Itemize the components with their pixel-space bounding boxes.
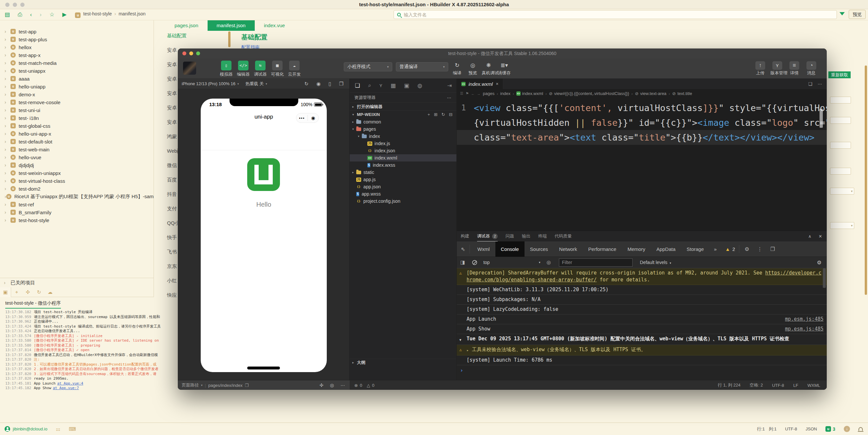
context-dropdown[interactable]: top▾ xyxy=(480,258,543,267)
close-icon[interactable] xyxy=(5,3,9,7)
save-icon[interactable]: ⎙ xyxy=(18,11,22,18)
maximize-icon[interactable] xyxy=(196,52,200,55)
close-target-icon[interactable]: ◉ xyxy=(308,115,319,120)
device-frame-icon[interactable]: ▯ xyxy=(329,81,331,87)
manifest-nav-item[interactable]: 安卓 xyxy=(167,76,177,82)
search-icon[interactable]: ⌕ xyxy=(368,82,371,89)
file-tree-item[interactable]: ▸static xyxy=(350,169,457,176)
devtools-tab-wxml[interactable]: Wxml xyxy=(472,241,495,257)
message-link[interactable]: https://developer.chrome.com/blog/enabli… xyxy=(467,270,822,283)
run-icon[interactable]: ▶ xyxy=(62,11,66,18)
project-tree-item[interactable]: ›utest-app-plus xyxy=(0,35,154,43)
manifest-nav-item[interactable]: 微信 xyxy=(167,163,177,169)
manifest-form-input[interactable] xyxy=(830,117,851,124)
breadcrumb[interactable]: utest-host-style›manifest.json xyxy=(75,11,145,18)
breadcrumb-item[interactable]: ⊘view.text-area xyxy=(635,91,666,96)
eol-setting[interactable]: LF xyxy=(793,383,798,388)
manifest-nav-item[interactable]: 小红 xyxy=(167,278,177,284)
toolbar-button-版本管理[interactable]: ʏ版本管理 xyxy=(770,61,784,76)
project-tree-item[interactable]: ›utest-uniappx xyxy=(0,67,154,75)
back-icon[interactable]: ‹ xyxy=(30,11,32,18)
log-link[interactable]: at App.vue:4 xyxy=(57,381,83,385)
breadcrumb-item[interactable]: index xyxy=(500,91,510,96)
console-prompt[interactable]: › xyxy=(457,365,827,375)
preview-button[interactable]: 预览 xyxy=(849,10,866,19)
wx-window-controls[interactable] xyxy=(182,52,200,55)
new-file-icon[interactable]: ▤ xyxy=(5,11,10,18)
breadcrumb-item[interactable]: pages xyxy=(483,91,494,96)
hot-reload-toggle[interactable]: 热重载 关 xyxy=(246,81,264,87)
project-tree-item[interactable]: ›utest-uni-ui xyxy=(0,106,154,114)
project-tree-item[interactable]: ›utest-host-style xyxy=(0,216,154,224)
split-editor-icon[interactable]: ❏ xyxy=(808,81,812,86)
mode-dropdown[interactable]: 小程序模式▾ xyxy=(344,62,392,71)
source-link[interactable]: mp.esm.js:485 xyxy=(785,326,824,332)
toolbar-button-调试器[interactable]: ⇆调试器 xyxy=(252,61,269,77)
project-tree-item[interactable]: ›utest-remove-cosole xyxy=(0,98,154,106)
breadcrumb-item[interactable]: <>index.wxml xyxy=(516,91,543,96)
project-tree-item[interactable]: ›utest-web-main xyxy=(0,145,154,153)
file-tree-item[interactable]: {}app.json xyxy=(350,183,457,190)
content-scrollbar[interactable] xyxy=(865,65,867,295)
project-tree-item[interactable]: ›udemo-x xyxy=(0,90,154,98)
source-link[interactable]: mp.esm.js:485 xyxy=(785,316,824,323)
hbx-editor-tab[interactable]: manifest.json xyxy=(208,20,255,31)
editor-more-icon[interactable]: ⋯ xyxy=(817,81,822,86)
warning-counter[interactable]: ▲2 xyxy=(721,245,739,253)
devtools-tab-performance[interactable]: Performance xyxy=(583,241,622,257)
more-menu-icon[interactable]: ⋯ xyxy=(447,95,452,100)
search-input[interactable] xyxy=(404,12,833,17)
project-tree-item[interactable]: ›utest- i18n xyxy=(0,114,154,122)
cursor-position[interactable]: 行 1, 列 224 xyxy=(718,382,740,388)
collapse-sidebar-icon[interactable]: ⇥ xyxy=(447,82,452,89)
devtools-tab-memory[interactable]: Memory xyxy=(622,241,651,257)
favorite-star-icon[interactable]: ☆ xyxy=(50,11,54,18)
manifest-nav-item[interactable]: 支付 xyxy=(167,206,177,212)
manifest-form-input[interactable] xyxy=(830,168,851,175)
more-dots-icon[interactable]: ●●● xyxy=(296,117,307,120)
manifest-nav-item[interactable]: 安卓 xyxy=(167,47,177,53)
log-link[interactable]: at App.vue:7 xyxy=(53,386,79,390)
page-path-value[interactable]: pages/index/index xyxy=(208,383,243,388)
refetch-button[interactable]: 重新获取 xyxy=(828,71,850,78)
manifest-nav-item[interactable]: 百度 xyxy=(167,177,177,183)
manifest-nav-item[interactable]: 快手 xyxy=(167,235,177,241)
code-editor[interactable]: 1<view class="{{['content', virtualHostC… xyxy=(457,98,827,231)
npm-icon[interactable]: ▣ xyxy=(404,82,409,89)
cursor-col[interactable]: 列:1 xyxy=(769,426,777,432)
manifest-nav-item[interactable]: 抖音 xyxy=(167,191,177,198)
user-avatar-icon[interactable] xyxy=(5,426,10,432)
phone-simulator[interactable]: 13:18 100% uni-app ●●● ◉ Hello xyxy=(201,98,327,372)
file-tree-item[interactable]: JSapp.js xyxy=(350,176,457,183)
manifest-form-select[interactable]: ▾ xyxy=(830,188,854,195)
toolbar-button-模拟器[interactable]: ▯模拟器 xyxy=(218,61,235,77)
debug-panel-tab-调试器[interactable]: 调试器2 xyxy=(477,231,498,242)
console-tab[interactable]: test-host-style - 微信小程序 xyxy=(5,300,61,309)
refresh-icon[interactable]: ↻ xyxy=(441,112,445,117)
indent-setting[interactable]: 空格: 2 xyxy=(750,382,763,388)
toolbar-button-详情[interactable]: ≡详情 xyxy=(787,61,801,76)
close-icon[interactable] xyxy=(182,52,186,55)
manifest-nav-item[interactable]: 安卓 xyxy=(167,105,177,111)
hbx-editor-tab[interactable]: pages.json xyxy=(165,20,208,31)
file-tree-item[interactable]: ▾pages xyxy=(350,125,457,133)
encoding[interactable]: UTF-8 xyxy=(785,427,797,431)
more-tabs-icon[interactable]: » xyxy=(710,246,721,252)
manifest-form-select[interactable]: ▾ xyxy=(830,222,854,229)
manifest-nav-item[interactable]: 安卓 xyxy=(167,62,177,68)
undock-icon[interactable]: ❐ xyxy=(767,246,778,252)
closed-projects-row[interactable]: ›已关闭项目 xyxy=(0,278,154,287)
toolbar-button-上传[interactable]: ↑上传 xyxy=(753,61,767,76)
manifest-nav-item[interactable]: 飞书 xyxy=(167,249,177,255)
project-tree-item[interactable]: ›utest-weixin-uniappx xyxy=(0,169,154,177)
toolbar-button-云开发[interactable]: ☁云开发 xyxy=(286,61,303,77)
editor-tab-index-wxml[interactable]: <> index.wxml× xyxy=(457,79,503,89)
manifest-form-input[interactable] xyxy=(830,142,851,149)
project-tree-item[interactable]: ›uhello-uni-app-x xyxy=(0,130,154,138)
collapse-all-icon[interactable]: ⊟ xyxy=(449,112,453,117)
breadcrumb-item[interactable]: ⊘view#{{c}}.{{[content,.virtualHostClass… xyxy=(549,91,629,96)
remote-debug-icon[interactable]: ✣ xyxy=(319,383,323,388)
multi-window-icon[interactable]: ❐ xyxy=(339,81,343,87)
manifest-nav-item[interactable]: 安卓 xyxy=(167,119,177,125)
close-panel-icon[interactable]: ✕ xyxy=(818,234,822,239)
